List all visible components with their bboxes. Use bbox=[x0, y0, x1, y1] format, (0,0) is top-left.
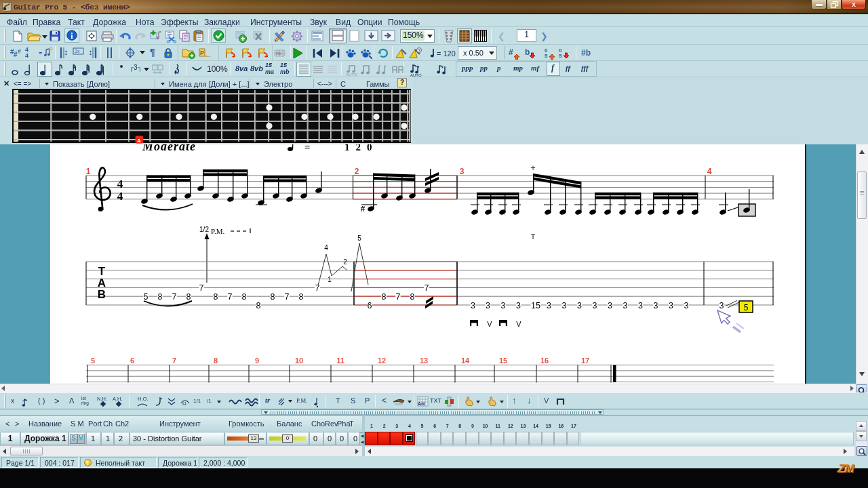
svg-text:17: 17 bbox=[581, 357, 589, 365]
svg-text:3: 3 bbox=[638, 301, 643, 310]
svg-text:1: 1 bbox=[86, 167, 91, 176]
svg-text:4: 4 bbox=[324, 244, 328, 251]
svg-text:3: 3 bbox=[669, 301, 673, 310]
svg-text:AUTO: AUTO bbox=[346, 73, 357, 77]
svg-text:2: 2 bbox=[343, 258, 347, 266]
svg-text:13: 13 bbox=[420, 357, 428, 365]
svg-text:3: 3 bbox=[577, 301, 582, 310]
svg-text:V: V bbox=[516, 320, 521, 328]
svg-text:5: 5 bbox=[144, 292, 149, 302]
svg-text:5: 5 bbox=[357, 235, 361, 242]
svg-text:AUTO: AUTO bbox=[410, 73, 422, 77]
svg-text:3: 3 bbox=[460, 167, 465, 176]
svg-text:8: 8 bbox=[186, 292, 191, 302]
svg-text:3: 3 bbox=[501, 301, 506, 310]
svg-text:4: 4 bbox=[117, 178, 123, 190]
svg-text:15: 15 bbox=[499, 357, 507, 365]
svg-text:8: 8 bbox=[242, 292, 247, 302]
svg-text:5: 5 bbox=[545, 53, 548, 59]
svg-text:7: 7 bbox=[315, 283, 320, 293]
svg-text:3: 3 bbox=[516, 301, 521, 310]
svg-text:+: + bbox=[530, 163, 536, 173]
svg-text:3: 3 bbox=[562, 301, 567, 310]
svg-text:#b: #b bbox=[581, 48, 591, 58]
svg-text:12: 12 bbox=[378, 357, 386, 365]
svg-text:= 120: = 120 bbox=[437, 49, 456, 58]
svg-text:RE: RE bbox=[276, 52, 281, 56]
svg-text:2x: 2x bbox=[75, 49, 80, 54]
svg-text:7: 7 bbox=[285, 292, 290, 302]
svg-text:Am: Am bbox=[418, 401, 425, 406]
svg-text:7: 7 bbox=[172, 357, 176, 365]
svg-text:A: A bbox=[137, 138, 141, 144]
svg-text:=: = bbox=[304, 144, 311, 152]
svg-text:5: 5 bbox=[91, 357, 95, 365]
svg-text:15: 15 bbox=[531, 301, 540, 310]
svg-text:sl.: sl. bbox=[182, 401, 187, 406]
svg-text:3: 3 bbox=[593, 301, 597, 310]
svg-text:1/2: 1/2 bbox=[199, 226, 209, 233]
svg-text:3: 3 bbox=[547, 301, 551, 310]
svg-text:5: 5 bbox=[559, 53, 562, 59]
svg-text:8: 8 bbox=[214, 357, 218, 365]
svg-text:1: 1 bbox=[328, 276, 332, 283]
svg-text:...: ... bbox=[205, 52, 211, 58]
svg-text:3: 3 bbox=[684, 301, 689, 310]
svg-text:6: 6 bbox=[368, 301, 372, 310]
svg-text:4: 4 bbox=[117, 190, 123, 203]
svg-text:2: 2 bbox=[355, 167, 359, 176]
svg-text:=: = bbox=[39, 50, 42, 57]
svg-text:V: V bbox=[487, 320, 492, 328]
svg-text:#: # bbox=[18, 48, 21, 55]
svg-text:7: 7 bbox=[172, 292, 177, 302]
svg-text:3: 3 bbox=[719, 301, 724, 310]
svg-text:8: 8 bbox=[158, 292, 163, 302]
svg-text:6: 6 bbox=[130, 357, 134, 365]
svg-text:3: 3 bbox=[623, 301, 628, 310]
svg-text:5: 5 bbox=[744, 303, 749, 312]
svg-text:Moderate: Moderate bbox=[142, 144, 196, 153]
svg-text:T: T bbox=[531, 232, 535, 240]
svg-text:8: 8 bbox=[299, 292, 304, 302]
svg-text:7: 7 bbox=[228, 292, 233, 302]
svg-text:8: 8 bbox=[410, 292, 415, 302]
svg-text:#: # bbox=[509, 47, 513, 57]
svg-text:B: B bbox=[98, 288, 106, 301]
svg-text:7: 7 bbox=[396, 292, 401, 302]
svg-text:11: 11 bbox=[336, 357, 344, 365]
svg-text:7: 7 bbox=[425, 283, 429, 293]
svg-text:9: 9 bbox=[255, 357, 259, 365]
svg-text:3: 3 bbox=[486, 301, 490, 310]
svg-text:4: 4 bbox=[707, 167, 712, 176]
svg-text:10: 10 bbox=[295, 357, 303, 365]
svg-text:7: 7 bbox=[199, 283, 204, 293]
svg-text:8: 8 bbox=[382, 292, 387, 302]
svg-text:120: 120 bbox=[344, 144, 378, 152]
svg-text:8: 8 bbox=[271, 292, 275, 302]
svg-text:3: 3 bbox=[471, 301, 475, 310]
svg-text:8: 8 bbox=[214, 292, 218, 302]
svg-text:3: 3 bbox=[608, 301, 612, 310]
svg-text:P: P bbox=[200, 49, 204, 56]
svg-text:8: 8 bbox=[256, 301, 261, 310]
svg-text:P.M.: P.M. bbox=[211, 227, 224, 235]
svg-text:16: 16 bbox=[540, 357, 549, 365]
svg-text:3: 3 bbox=[654, 301, 658, 310]
svg-text:14: 14 bbox=[461, 357, 470, 365]
